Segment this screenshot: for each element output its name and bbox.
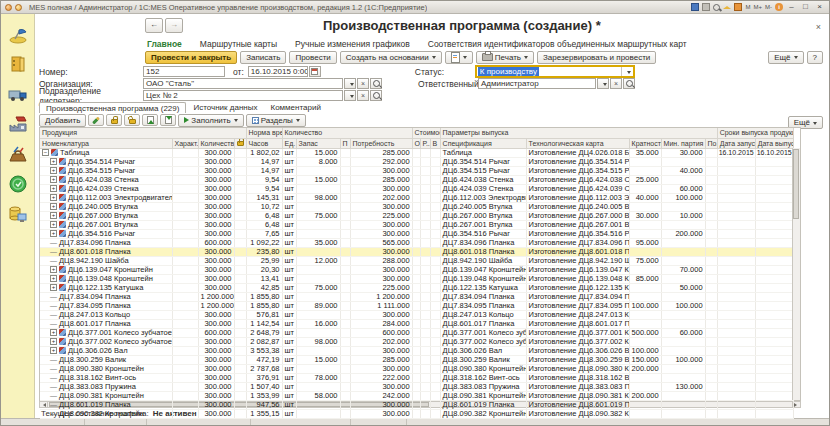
cell-r[interactable] (420, 220, 430, 229)
cell-po[interactable] (705, 220, 717, 229)
cell-kh[interactable] (172, 292, 198, 301)
finance-coin-icon[interactable] (6, 172, 30, 196)
cell-kh[interactable] (172, 256, 198, 265)
cell-lock[interactable] (234, 355, 246, 364)
cell-o[interactable] (412, 346, 420, 355)
cell-spec[interactable]: ДЦ8.383.083 Пружина (440, 382, 526, 391)
cell-v[interactable] (430, 265, 440, 274)
cell-release[interactable] (755, 310, 793, 319)
cell-hours[interactable]: 1 092,22 (246, 238, 282, 247)
cell-qty[interactable]: 300.000 (198, 283, 234, 292)
cell-lock[interactable] (234, 391, 246, 400)
cell-lock[interactable] (234, 301, 246, 310)
department-field[interactable]: Цех № 2 (143, 90, 343, 101)
cell-p[interactable] (340, 328, 350, 337)
cell-launch[interactable] (717, 391, 755, 400)
cell-mult[interactable] (629, 247, 661, 256)
cell-min[interactable]: 70.000 (661, 265, 705, 274)
department-open-button[interactable] (370, 90, 382, 101)
cell-stock[interactable]: 15.000 (296, 175, 340, 184)
cell-nomenclature[interactable]: —ДЦ8.090.380 Кронштейн (40, 364, 172, 373)
cell-o[interactable] (412, 409, 420, 418)
cell-qty[interactable]: 300.000 (198, 400, 234, 409)
cell-need[interactable]: 292.000 (350, 157, 412, 166)
tree-expand-icon[interactable]: + (50, 338, 57, 345)
cell-need[interactable]: 300.000 (350, 409, 412, 418)
cell-unit[interactable]: шт (282, 175, 296, 184)
organization-open-button[interactable] (370, 78, 382, 89)
cell-spec[interactable]: ДЦ8.300.259 Валик (440, 355, 526, 364)
group-header[interactable]: Параметры выпуска (440, 128, 717, 138)
cell-min[interactable] (661, 319, 705, 328)
department-dropdown-button[interactable] (344, 90, 356, 101)
cell-p[interactable] (340, 382, 350, 391)
cell-v[interactable] (430, 292, 440, 301)
cell-kh[interactable] (172, 166, 198, 175)
cell-tech[interactable]: Изготовление ДЦ6.306.026 Вал (526, 346, 629, 355)
cell-qty[interactable]: 300.000 (198, 148, 234, 157)
cell-o[interactable] (412, 238, 420, 247)
cell-r[interactable] (420, 283, 430, 292)
cell-hours[interactable]: 1 142,54 (246, 319, 282, 328)
cell-release[interactable] (755, 301, 793, 310)
column-header[interactable]: Дата выпуска (755, 138, 793, 148)
cell-lock[interactable] (234, 409, 246, 418)
cell-tech[interactable]: Изготовление ДЦ8.318.162 Винт-ось (526, 373, 629, 382)
cell-hours[interactable]: 576,81 (246, 310, 282, 319)
cell-stock[interactable]: 35.000 (296, 238, 340, 247)
cell-min[interactable] (661, 337, 705, 346)
cell-kh[interactable] (172, 265, 198, 274)
tab-comment[interactable]: Комментарий (264, 102, 326, 113)
cell-stock[interactable] (296, 292, 340, 301)
cell-r[interactable] (420, 373, 430, 382)
tree-expand-icon[interactable]: + (50, 212, 57, 219)
cell-v[interactable] (430, 274, 440, 283)
calc-memory-mminus[interactable]: M- (765, 4, 772, 10)
cell-qty[interactable]: 300.000 (198, 157, 234, 166)
cell-nomenclature[interactable]: +ДЦ6.306.026 Вал (40, 346, 172, 355)
group-header[interactable]: Количество (282, 128, 412, 138)
cell-spec[interactable]: ДЦ6.377.002 Колесо зубч (440, 337, 526, 346)
cell-spec[interactable]: ДЦ7.834.095 Планка (440, 301, 526, 310)
cell-po[interactable] (705, 382, 717, 391)
cell-nomenclature[interactable]: —ДЦ7.834.096 Планка (40, 238, 172, 247)
cell-qty[interactable]: 300.000 (198, 337, 234, 346)
cell-p[interactable] (340, 184, 350, 193)
cell-r[interactable] (420, 265, 430, 274)
cell-kh[interactable] (172, 346, 198, 355)
cell-launch[interactable] (717, 364, 755, 373)
cell-po[interactable] (705, 166, 717, 175)
tree-expand-icon[interactable]: + (50, 203, 57, 210)
cell-v[interactable] (430, 373, 440, 382)
cell-stock[interactable]: 89.000 (296, 301, 340, 310)
cell-tech[interactable]: Изготовление ДЦ6.112.003 Электродвигат (526, 193, 629, 202)
cell-p[interactable] (340, 247, 350, 256)
cell-release[interactable] (755, 220, 793, 229)
cell-p[interactable] (340, 193, 350, 202)
cell-r[interactable] (420, 337, 430, 346)
cell-mult[interactable]: 95.000 (629, 238, 661, 247)
cell-hours[interactable]: 10,72 (246, 202, 282, 211)
cell-qty[interactable]: 300.000 (198, 391, 234, 400)
cell-release[interactable] (755, 328, 793, 337)
cell-min[interactable] (661, 247, 705, 256)
cell-qty[interactable]: 600.000 (198, 238, 234, 247)
table-row[interactable]: —ДЦ8.601.018 Планка300.000235,80шт300.00… (40, 247, 793, 256)
cell-release[interactable] (755, 355, 793, 364)
cell-need[interactable]: 284.000 (350, 319, 412, 328)
cell-need[interactable]: 300.000 (350, 202, 412, 211)
cell-hours[interactable]: 1 802,02 (246, 148, 282, 157)
cell-release[interactable] (755, 400, 793, 409)
cell-mult[interactable] (629, 157, 661, 166)
table-row[interactable]: —ДЦ7.834.096 Планка600.0001 092,22шт35.0… (40, 238, 793, 247)
cell-release[interactable] (755, 346, 793, 355)
cell-spec[interactable]: ДЦ6.377.001 Колесо зубч (440, 328, 526, 337)
cell-unit[interactable]: шт (282, 301, 296, 310)
cell-p[interactable] (340, 256, 350, 265)
cell-kh[interactable] (172, 220, 198, 229)
back-button[interactable] (145, 18, 163, 33)
cell-v[interactable] (430, 256, 440, 265)
cell-mult[interactable]: 150.000 (629, 355, 661, 364)
cell-o[interactable] (412, 382, 420, 391)
cell-lock[interactable] (234, 328, 246, 337)
